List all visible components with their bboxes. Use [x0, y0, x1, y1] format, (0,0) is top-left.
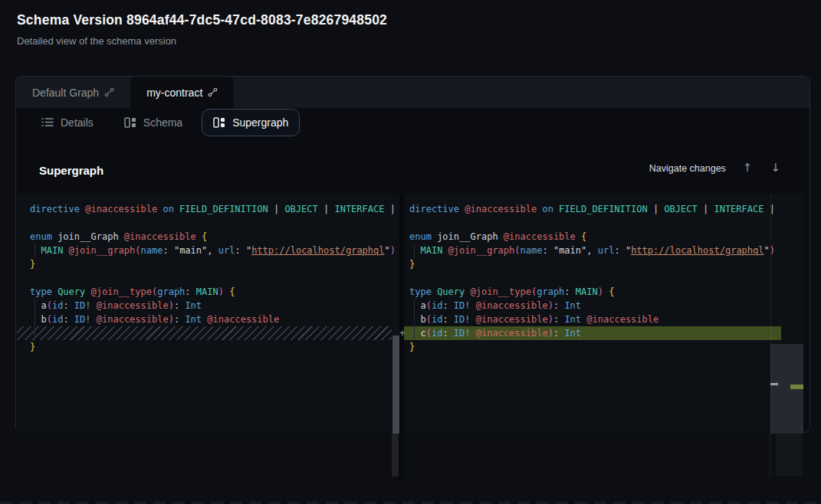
code-token: enum: [409, 231, 432, 242]
code-token: [471, 300, 476, 311]
code-line: directive @inaccessible on FIELD_DEFINIT…: [409, 202, 803, 216]
code-token: :: [163, 245, 168, 256]
code-token: :: [63, 300, 68, 311]
scrollbar-overflow-line: [770, 434, 770, 476]
code-token: [30, 245, 41, 256]
code-token: {: [202, 231, 207, 242]
code-token: [620, 245, 626, 256]
divider-overflow-column: [399, 434, 403, 480]
diff-removed-placeholder: [17, 326, 392, 340]
code-token: Int: [564, 300, 581, 311]
code-token: [69, 300, 74, 311]
code-token: :: [564, 286, 570, 297]
tab-default-graph[interactable]: Default Graph: [16, 77, 130, 108]
code-token: c: [420, 328, 425, 339]
code-token: b: [41, 314, 46, 325]
supergraph-section-heading: Supergraph: [39, 164, 103, 177]
code-token: graph: [537, 286, 564, 297]
code-token: ID!: [454, 314, 471, 325]
left-pane-scrollbar-thumb[interactable]: [392, 335, 399, 434]
subtab-schema[interactable]: Schema: [113, 109, 194, 136]
code-token: @inaccessible: [504, 231, 576, 242]
tab-my-contract-label: my-contract: [146, 87, 202, 99]
code-token: @inaccessible: [465, 204, 537, 214]
code-token: on: [163, 204, 173, 214]
code-link[interactable]: http://localhost/graphql: [251, 245, 384, 256]
code-token: [465, 286, 470, 297]
code-token: [409, 300, 420, 311]
code-line: enum join__Graph @inaccessible {: [409, 230, 803, 244]
code-token: |: [698, 204, 714, 214]
code-line: }: [409, 340, 803, 354]
supergraph-diff-editor: directive @inaccessible on FIELD_DEFINIT…: [17, 194, 810, 434]
code-token: directive: [409, 204, 459, 214]
code-token: :: [442, 300, 448, 311]
code-token: [69, 314, 74, 325]
code-line: [30, 216, 399, 230]
page-subtitle: Detailed view of the schema version: [17, 35, 387, 47]
code-line: a(id: ID! @inaccessible): Int: [30, 299, 399, 313]
code-token: [409, 314, 420, 325]
code-token: ,: [207, 245, 212, 256]
subtab-supergraph[interactable]: Supergraph: [202, 109, 300, 136]
code-token: :: [442, 328, 448, 339]
code-token: [471, 328, 476, 339]
code-token: (: [135, 245, 140, 256]
code-token: @inaccessible: [476, 328, 548, 339]
code-token: "main": [553, 245, 586, 256]
code-line: type Query @join__type(graph: MAIN) {: [409, 285, 803, 299]
code-token: name: [141, 245, 163, 256]
code-token: MAIN: [41, 245, 63, 256]
tab-my-contract[interactable]: my-contract: [130, 77, 234, 108]
code-token: @inaccessible: [586, 314, 658, 325]
code-line: [30, 271, 399, 285]
subtab-details[interactable]: Details: [30, 109, 105, 136]
code-token: @join__graph: [69, 245, 136, 256]
code-token: Query: [57, 286, 85, 297]
code-token: :: [542, 245, 547, 256]
code-token: }: [409, 259, 415, 270]
code-token: @inaccessible: [97, 300, 169, 311]
scrollbar-overflow-column: [392, 434, 399, 476]
navigate-changes-label: Navigate changes: [649, 163, 726, 174]
page: { "page": { "title": "Schema Version 896…: [0, 0, 821, 504]
code-token: id: [432, 300, 442, 311]
code-token: b: [420, 314, 425, 325]
subtab-details-label: Details: [61, 116, 94, 129]
code-link[interactable]: http://localhost/graphql: [631, 245, 764, 256]
code-line: }: [30, 340, 399, 354]
minimap-cursor-mark: [770, 383, 778, 385]
code-token: join__Graph: [437, 231, 498, 242]
diff-pane-modified[interactable]: directive @inaccessible on FIELD_DEFINIT…: [404, 194, 803, 434]
code-token: :: [63, 314, 68, 325]
indent-guide: [414, 299, 415, 340]
code-token: [448, 314, 454, 325]
code-token: :: [185, 286, 190, 297]
code-token: [30, 314, 41, 325]
code-token: ": [764, 245, 770, 256]
code-token: MAIN: [576, 286, 598, 297]
code-token: ID!: [454, 328, 471, 339]
code-token: |: [268, 204, 285, 214]
previous-change-button[interactable]: ↑: [741, 161, 754, 175]
tab-default-graph-label: Default Graph: [32, 87, 99, 99]
code-token: [169, 245, 174, 256]
code-token: [213, 245, 218, 256]
code-token: }: [409, 342, 415, 352]
code-token: [548, 245, 553, 256]
code-token: url: [598, 245, 615, 256]
code-token: enum: [30, 231, 52, 242]
code-token: :: [235, 245, 240, 256]
code-line: directive @inaccessible on FIELD_DEFINIT…: [30, 202, 399, 216]
code-token: |: [318, 204, 335, 214]
next-change-button[interactable]: ↓: [769, 161, 782, 175]
code-token: }: [30, 342, 35, 352]
code-token: directive: [30, 204, 80, 214]
code-line: a(id: ID! @inaccessible): Int: [409, 299, 803, 313]
diff-pane-original[interactable]: directive @inaccessible on FIELD_DEFINIT…: [17, 194, 399, 434]
code-line: [409, 271, 803, 285]
code-token: a: [41, 300, 46, 311]
code-token: ID!: [454, 300, 471, 311]
list-icon: [41, 117, 54, 127]
code-token: [91, 314, 97, 325]
